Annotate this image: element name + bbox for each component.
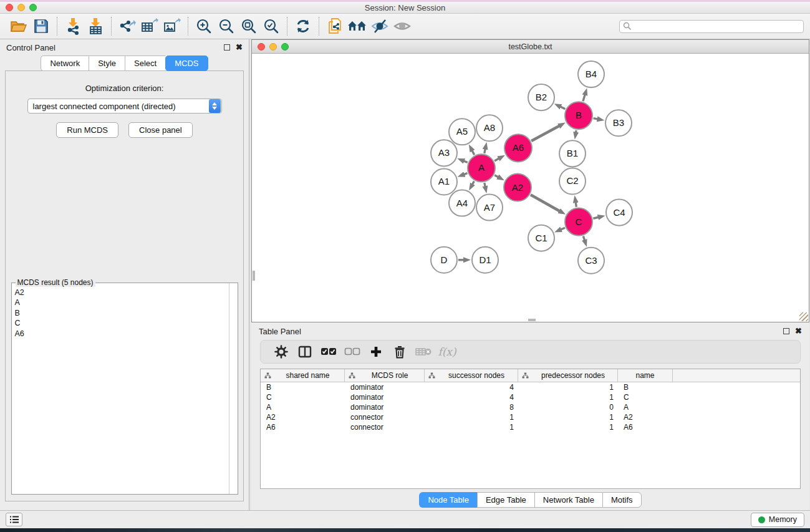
graph-edge-A-A7[interactable] <box>485 183 485 187</box>
column-header-predecessor-nodes[interactable]: predecessor nodes <box>518 369 618 382</box>
list-icon <box>9 515 19 524</box>
table-row[interactable]: Adominator80A <box>261 402 800 412</box>
network-window-title: testGlobe.txt <box>252 42 809 51</box>
tab-select[interactable]: Select <box>125 56 165 71</box>
delete-table-button[interactable] <box>412 342 435 361</box>
criterion-select[interactable]: largest connected component (directed) <box>27 99 222 114</box>
column-header-label: MCDS role <box>355 371 424 380</box>
tab-edge-table[interactable]: Edge Table <box>477 492 534 508</box>
graph-edge-A6-B[interactable] <box>531 125 560 141</box>
graph-edge-B-B2[interactable] <box>560 107 566 109</box>
refresh-network-button[interactable] <box>292 16 314 36</box>
home-button[interactable] <box>346 16 369 36</box>
zoom-fit-button[interactable] <box>238 16 260 36</box>
table-cell: 1 <box>518 393 618 402</box>
toolbar-separator <box>111 17 112 36</box>
plus-icon <box>370 346 382 358</box>
close-table-panel-icon[interactable]: ✖ <box>795 328 802 334</box>
zoom-selected-button[interactable] <box>260 16 282 36</box>
hide-eye-button[interactable] <box>369 16 391 36</box>
graph-edge-A-A4[interactable] <box>472 181 474 185</box>
delete-column-button[interactable] <box>388 342 412 361</box>
gear-icon <box>274 345 288 359</box>
close-panel-icon[interactable]: ✖ <box>236 44 243 51</box>
graph-edge-B-B4[interactable] <box>583 94 585 101</box>
table-cell: A <box>261 403 345 412</box>
graph-edge-A-A2[interactable] <box>494 175 499 178</box>
save-session-button[interactable] <box>30 16 52 36</box>
float-table-panel-button[interactable] <box>783 328 789 334</box>
column-header-successor-nodes[interactable]: successor nodes <box>425 369 518 382</box>
tab-network-table[interactable]: Network Table <box>534 492 602 508</box>
deselect-all-columns-button[interactable] <box>340 342 364 361</box>
graph-edge-C-C4[interactable] <box>593 217 599 218</box>
column-header-name[interactable]: name <box>618 369 673 382</box>
show-eye-button[interactable] <box>391 16 413 36</box>
graph-edge-B-B1[interactable] <box>576 130 576 133</box>
table-row[interactable]: Bdominator41B <box>261 382 800 392</box>
table-row[interactable]: A6connector11A6 <box>261 422 800 432</box>
export-image-button[interactable] <box>161 16 183 36</box>
window-resize-grip[interactable] <box>799 312 808 321</box>
import-network-icon <box>65 17 81 35</box>
graph-edge-A-A5[interactable] <box>472 150 475 155</box>
table-cell: A <box>618 403 673 412</box>
canvas-hscroll-thumb[interactable] <box>528 319 536 321</box>
graph-edge-A-A8[interactable] <box>485 148 486 153</box>
table-cell: 1 <box>518 413 618 422</box>
search-field[interactable] <box>619 20 804 33</box>
graph-edge-A-A1[interactable] <box>463 173 467 175</box>
column-layout-button[interactable] <box>293 342 317 361</box>
column-header-shared-name[interactable]: shared name <box>261 369 345 382</box>
tab-node-table[interactable]: Node Table <box>419 492 477 508</box>
graph-edge-A2-C[interactable] <box>531 195 560 211</box>
import-table-button[interactable] <box>84 16 107 36</box>
zoom-out-button[interactable] <box>215 16 238 36</box>
table-settings-button[interactable] <box>269 342 293 361</box>
graph-node-label-A5: A5 <box>456 126 468 137</box>
status-bar: Memory <box>0 510 810 528</box>
graph-node-label-A4: A4 <box>456 198 468 208</box>
column-header-label: shared name <box>271 371 344 380</box>
tab-style[interactable]: Style <box>89 56 125 71</box>
graph-edge-C-C3[interactable] <box>583 236 585 241</box>
graph-edge-C-C2[interactable] <box>576 201 576 207</box>
float-panel-button[interactable] <box>224 44 230 51</box>
table-cell: B <box>618 383 673 392</box>
graph-node-label-C2: C2 <box>566 175 578 186</box>
run-mcds-button[interactable]: Run MCDS <box>56 122 118 138</box>
duplicate-network-button[interactable] <box>324 16 346 36</box>
memory-button[interactable]: Memory <box>751 513 804 527</box>
checked-boxes-icon <box>321 347 337 356</box>
graph-edge-A-A6[interactable] <box>494 158 499 161</box>
graph-edge-A-A3[interactable] <box>463 161 468 163</box>
network-canvas[interactable]: B4B2BB3A8A5A6A3B1AC2A1A2A4A7C4CC1DC3D1 <box>252 54 809 322</box>
select-all-columns-button[interactable] <box>317 342 340 361</box>
refresh-icon <box>295 18 311 34</box>
graph-edge-B-B3[interactable] <box>594 118 599 119</box>
add-column-button[interactable] <box>364 342 388 361</box>
result-scrollbar[interactable] <box>229 283 238 494</box>
canvas-vscroll-thumb[interactable] <box>253 271 255 281</box>
search-input[interactable] <box>632 22 794 31</box>
table-row[interactable]: Cdominator41C <box>261 392 800 402</box>
task-history-button[interactable] <box>6 513 22 526</box>
zoom-in-button[interactable] <box>193 16 215 36</box>
import-network-button[interactable] <box>62 16 84 36</box>
tab-motifs[interactable]: Motifs <box>602 492 642 508</box>
export-network-button[interactable] <box>116 16 138 36</box>
tab-mcds[interactable]: MCDS <box>165 56 208 71</box>
table-row[interactable]: A2connector11A2 <box>261 412 800 422</box>
function-builder-button[interactable]: f(x) <box>435 342 459 361</box>
open-session-button[interactable] <box>7 16 30 36</box>
tab-network[interactable]: Network <box>41 56 89 71</box>
graph-edge-C-C1[interactable] <box>560 228 565 230</box>
export-table-button[interactable] <box>138 16 161 36</box>
table-cell: B <box>261 383 345 392</box>
shared-column-icon <box>264 372 271 379</box>
column-header-MCDS-role[interactable]: MCDS role <box>345 369 425 382</box>
close-panel-button[interactable]: Close panel <box>128 122 193 138</box>
result-node-item: A <box>15 297 228 307</box>
main-toolbar <box>0 14 810 39</box>
network-window-titlebar[interactable]: testGlobe.txt <box>252 40 809 54</box>
